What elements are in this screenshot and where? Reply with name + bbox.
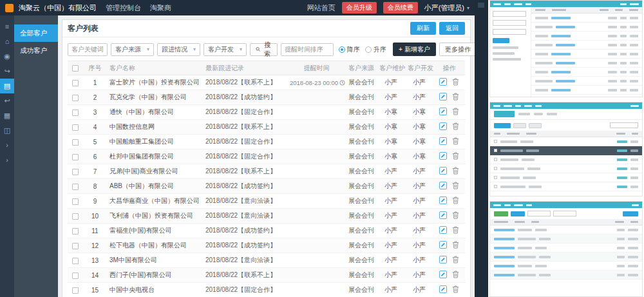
cell-developer: 小严 xyxy=(405,194,433,209)
member-upgrade-button[interactable]: 会员升级 xyxy=(342,2,377,14)
row-checkbox[interactable] xyxy=(72,154,79,160)
member-renew-button[interactable]: 会员续费 xyxy=(383,2,418,14)
sort-desc-radio[interactable]: 降序 xyxy=(339,45,360,54)
row-checkbox[interactable] xyxy=(72,169,79,175)
row-checkbox[interactable] xyxy=(72,95,79,101)
develop-select[interactable]: 客户开发 ▾ xyxy=(204,43,247,56)
delete-icon[interactable] xyxy=(452,226,459,235)
delete-icon[interactable] xyxy=(452,211,459,220)
edit-icon[interactable] xyxy=(439,182,447,191)
cell-index: 7 xyxy=(83,164,107,179)
chart-icon[interactable]: ◫ xyxy=(0,123,14,138)
user-icon[interactable]: ◉ xyxy=(0,49,14,64)
row-checkbox[interactable] xyxy=(72,243,79,249)
cell-customer-name: 雷福生(中国)有限公司 xyxy=(107,224,203,238)
delete-icon[interactable] xyxy=(452,152,459,161)
delete-icon[interactable] xyxy=(452,93,459,102)
signout-icon[interactable]: ↩ xyxy=(0,93,14,108)
edit-icon[interactable] xyxy=(439,241,447,250)
back-button[interactable]: 返回 xyxy=(439,22,465,35)
menu-icon[interactable]: ≡ xyxy=(0,19,14,34)
edit-icon[interactable] xyxy=(439,226,447,235)
edit-icon[interactable] xyxy=(439,108,447,117)
delete-icon[interactable] xyxy=(452,78,459,87)
row-checkbox[interactable] xyxy=(72,213,79,220)
mini2-tabs xyxy=(490,109,642,120)
row-checkbox[interactable] xyxy=(72,228,79,235)
cell-source: 展会会刊 xyxy=(346,209,377,224)
more-actions-button[interactable]: 更多操作 ▾ xyxy=(439,43,475,56)
row-checkbox[interactable] xyxy=(72,80,79,86)
archive-icon[interactable]: ▦ xyxy=(0,108,14,123)
edit-icon[interactable] xyxy=(439,285,447,294)
cell-customer-name: 富士胶片（中国）投资有限公司 xyxy=(107,75,203,90)
chevron-right-icon[interactable]: › xyxy=(0,138,14,153)
keyword-input[interactable] xyxy=(68,43,108,56)
select-all-checkbox[interactable] xyxy=(72,65,79,72)
delete-icon[interactable] xyxy=(452,271,459,280)
search-button[interactable]: 搜索 xyxy=(250,43,278,56)
customer-list-icon[interactable]: ▤ xyxy=(0,79,14,93)
delete-icon[interactable] xyxy=(452,196,459,206)
row-checkbox[interactable] xyxy=(72,273,79,279)
mini-row xyxy=(490,137,642,146)
edit-icon[interactable] xyxy=(439,152,447,161)
home-icon[interactable]: ⌂ xyxy=(0,34,14,49)
col-remind-time: 提醒时间 xyxy=(287,61,346,75)
chevron-down-icon: ▾ xyxy=(467,5,469,11)
cell-keeper: 小严 xyxy=(377,209,405,224)
edit-icon[interactable] xyxy=(439,271,447,280)
row-checkbox[interactable] xyxy=(72,287,79,294)
edit-icon[interactable] xyxy=(439,167,447,176)
sort-asc-radio[interactable]: 升序 xyxy=(365,45,386,54)
delete-icon[interactable] xyxy=(452,285,459,294)
chevron-right-icon[interactable]: › xyxy=(0,153,14,168)
edit-icon[interactable] xyxy=(439,196,447,206)
nav-console[interactable]: 管理控制台 xyxy=(106,3,141,13)
edit-icon[interactable] xyxy=(439,78,447,87)
refresh-button[interactable]: 刷新 xyxy=(410,22,436,35)
cell-remind-time xyxy=(287,149,346,164)
screenshot-stage: 淘聚云（中国）有限公司 管理控制台 淘聚商 网站首页 会员升级 会员续费 小严(… xyxy=(0,0,644,297)
edit-icon[interactable] xyxy=(439,93,447,102)
edit-icon[interactable] xyxy=(439,122,447,131)
edit-icon[interactable] xyxy=(439,211,447,220)
remind-sort-input[interactable] xyxy=(281,43,334,56)
row-checkbox[interactable] xyxy=(72,198,79,205)
delete-icon[interactable] xyxy=(452,241,459,250)
cell-index: 12 xyxy=(83,238,107,253)
delete-icon[interactable] xyxy=(452,108,459,117)
row-checkbox[interactable] xyxy=(72,110,79,116)
row-checkbox[interactable] xyxy=(72,139,79,146)
signin-icon[interactable]: ↪ xyxy=(0,64,14,79)
delete-icon[interactable] xyxy=(452,256,459,265)
sidebar-item-all-customers[interactable]: 全部客户 xyxy=(14,24,58,42)
edit-icon[interactable] xyxy=(439,137,447,146)
nav-home[interactable]: 网站首页 xyxy=(307,3,336,13)
cell-keeper: 小严 xyxy=(377,179,405,194)
row-checkbox[interactable] xyxy=(72,258,79,264)
cell-keeper: 小严 xyxy=(377,75,405,90)
user-menu[interactable]: 小严(管理员) ▾ xyxy=(424,3,469,13)
cell-latest-record: 2018/08/22【固定合作】 xyxy=(203,135,287,149)
plus-icon: + xyxy=(399,46,402,53)
delete-icon[interactable] xyxy=(452,122,459,131)
delete-icon[interactable] xyxy=(452,137,459,146)
add-customer-button[interactable]: + 新增客户 xyxy=(393,43,436,56)
delete-icon[interactable] xyxy=(452,167,459,176)
source-select[interactable]: 客户来源 ▾ xyxy=(111,43,154,56)
cell-keeper: 小严 xyxy=(377,224,405,238)
table-row: 1富士胶片（中国）投资有限公司2018/08/22【联系不上】2018-08-2… xyxy=(68,75,465,90)
follow-select[interactable]: 跟进情况 ▾ xyxy=(157,43,200,56)
row-checkbox[interactable] xyxy=(72,184,79,190)
cell-actions xyxy=(433,238,465,253)
cell-source: 展会会刊 xyxy=(346,105,377,120)
mini-row xyxy=(531,32,642,41)
nav-mall[interactable]: 淘聚商 xyxy=(150,3,171,13)
row-checkbox[interactable] xyxy=(72,124,79,131)
edit-icon[interactable] xyxy=(439,256,447,265)
cell-developer: 小寒 xyxy=(405,135,433,149)
cell-actions xyxy=(433,268,465,283)
delete-icon[interactable] xyxy=(452,182,459,191)
sidebar-item-success-customers[interactable]: 成功客户 xyxy=(14,42,58,59)
